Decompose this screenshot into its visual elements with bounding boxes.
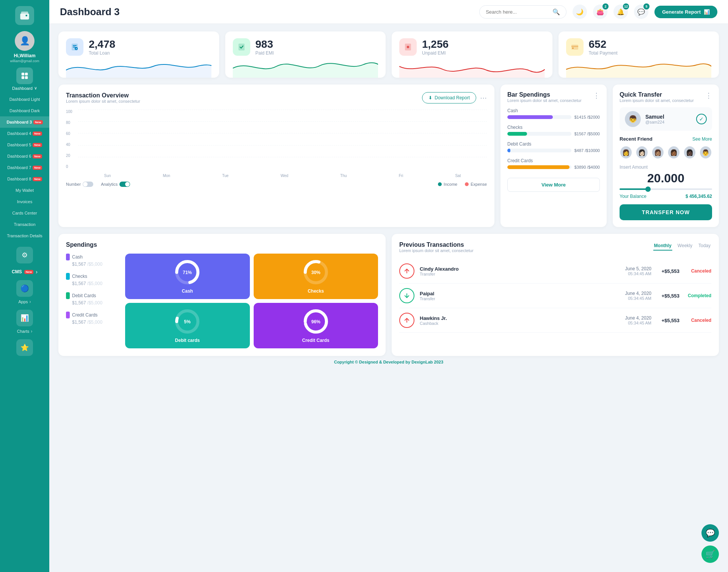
cms-nav-item[interactable]: CMS New › bbox=[12, 267, 38, 278]
svg-point-13 bbox=[407, 46, 409, 48]
friend-2[interactable]: 👩🏻 bbox=[635, 146, 648, 159]
tab-monthly[interactable]: Monthly bbox=[653, 241, 672, 251]
sidebar-item-dashboard6[interactable]: Dashboard 6 New bbox=[0, 150, 49, 162]
sidebar-item-dashboard4[interactable]: Dashboard 4 New bbox=[0, 128, 49, 139]
apps-nav-item[interactable]: Apps › bbox=[18, 298, 31, 307]
charts-nav-item[interactable]: Charts › bbox=[17, 327, 32, 337]
sidebar-item-transaction[interactable]: Transaction bbox=[0, 219, 49, 230]
cms-section[interactable]: ⚙ bbox=[16, 241, 33, 267]
txn-name-3: Hawkins Jr. bbox=[420, 315, 447, 321]
spending-cash: Cash $1415 /$2000 bbox=[507, 108, 600, 119]
tab-weekly[interactable]: Weekly bbox=[677, 241, 693, 251]
sidebar-item-dashboard8[interactable]: Dashboard 8 New bbox=[0, 173, 49, 185]
svg-rect-1 bbox=[22, 73, 24, 75]
txn-date-1: June 5, 2020 bbox=[625, 266, 651, 271]
spending-checks: Checks $1567 /$5000 bbox=[507, 125, 600, 136]
friend-3[interactable]: 👩🏽 bbox=[651, 146, 664, 159]
bar-spendings-card: Bar Spendings Lorem ipsum dolor sit amet… bbox=[500, 85, 607, 227]
stat-card-total-loan: ★ 2,478 Total Loan bbox=[58, 31, 219, 78]
search-input[interactable] bbox=[486, 9, 549, 15]
support-fab[interactable]: 💬 bbox=[701, 524, 719, 542]
spendings-list: Cash $1,567 /$5,000 Checks $1,567 /$5,00… bbox=[66, 254, 119, 348]
sidebar-item-cards[interactable]: Cards Center bbox=[0, 207, 49, 219]
more-options-button[interactable]: ⋯ bbox=[480, 94, 487, 102]
sidebar-item-transaction-details[interactable]: Transaction Details bbox=[0, 230, 49, 241]
spend-list-debit: Debit Cards $1,567 /$5,000 bbox=[66, 292, 119, 306]
messages-button[interactable]: 💬 5 bbox=[634, 5, 648, 19]
donut-checks: 30% Checks bbox=[254, 254, 378, 299]
sidebar-item-dashboard7[interactable]: Dashboard 7 New bbox=[0, 162, 49, 173]
notifications-button[interactable]: 🔔 12 bbox=[613, 5, 628, 19]
cms-badge: New bbox=[24, 270, 33, 274]
txn-type-3: Cashback bbox=[420, 321, 447, 326]
quick-transfer-title: Quick Transfer bbox=[620, 91, 694, 98]
star-icon: ⭐ bbox=[16, 339, 33, 356]
bottom-section: Spendings Cash $1,567 /$5,000 bbox=[58, 234, 719, 356]
stat-card-total-payment: 652 Total Payment bbox=[559, 31, 719, 78]
donut-grid: 71% Cash 30% Checks bbox=[125, 254, 378, 348]
see-more-link[interactable]: See More bbox=[692, 136, 712, 142]
sidebar-item-invoices[interactable]: Invoices bbox=[0, 196, 49, 207]
txn-amount-3: +$5,553 bbox=[657, 318, 679, 323]
sidebar-logo[interactable] bbox=[15, 6, 34, 25]
sidebar-item-dashboard-light[interactable]: Dashboard Light bbox=[0, 94, 49, 105]
bar-chart: 100 80 60 40 20 0 bbox=[66, 110, 487, 178]
friend-1[interactable]: 👩 bbox=[620, 146, 632, 159]
user-email: william@gmail.com bbox=[10, 59, 39, 63]
number-toggle[interactable] bbox=[83, 182, 93, 187]
transaction-subtitle: Lorem ipsum dolor sit amet, consectetur bbox=[66, 99, 140, 103]
footer: Copyright © Designed & Developed by Dexi… bbox=[58, 356, 719, 368]
sidebar-item-dashboard-dark[interactable]: Dashboard Dark bbox=[0, 105, 49, 116]
amount-display: 20.000 bbox=[620, 171, 712, 185]
contact-check[interactable]: ✓ bbox=[696, 114, 707, 124]
svg-rect-3 bbox=[22, 76, 24, 79]
txn-icon-cindy bbox=[399, 263, 414, 279]
view-more-button[interactable]: View More bbox=[507, 178, 600, 192]
stat-cards-row: ★ 2,478 Total Loan bbox=[58, 31, 719, 78]
paid-emi-value: 983 bbox=[256, 38, 274, 50]
friend-4[interactable]: 👩🏾 bbox=[667, 146, 680, 159]
apps-icon: 🔵 bbox=[16, 280, 33, 297]
txn-time-1: 05:34:45 AM bbox=[625, 271, 651, 276]
analytics-toggle[interactable] bbox=[119, 182, 130, 187]
friend-6[interactable]: 👨 bbox=[699, 146, 712, 159]
transaction-list: Cindy Alexandro Transfer June 5, 2020 05… bbox=[399, 259, 711, 333]
transfer-now-button[interactable]: TRANSFER NOW bbox=[620, 204, 712, 220]
txn-row-hawkins: Hawkins Jr. Cashback June 4, 2020 05:34:… bbox=[399, 308, 711, 333]
amount-slider[interactable] bbox=[620, 188, 712, 190]
sidebar-item-dashboard3[interactable]: Dashboard 3 New bbox=[0, 116, 49, 128]
cms-arrow: › bbox=[36, 269, 38, 275]
quick-transfer-more[interactable]: ⋮ bbox=[705, 91, 712, 100]
sidebar-item-wallet[interactable]: My Wallet bbox=[0, 185, 49, 196]
tab-today[interactable]: Today bbox=[698, 241, 711, 251]
spend-list-checks: Checks $1,567 /$5,000 bbox=[66, 273, 119, 286]
paid-emi-label: Paid EMI bbox=[256, 50, 274, 56]
generate-report-button[interactable]: Generate Report 📊 bbox=[654, 6, 717, 18]
chart-legend: Number Analytics Income Expense bbox=[66, 182, 487, 187]
download-report-button[interactable]: ⬇ Download Report bbox=[422, 92, 476, 103]
transfer-contact: 👦 Samuel @sam224 ✓ bbox=[620, 107, 712, 131]
new-badge: New bbox=[33, 143, 42, 147]
cart-fab[interactable]: 🛒 bbox=[701, 545, 719, 563]
bar-spendings-subtitle: Lorem ipsum dolor sit amet, consectetur bbox=[507, 98, 582, 103]
svg-text:30%: 30% bbox=[311, 270, 320, 275]
friend-5[interactable]: 👩🏿 bbox=[683, 146, 696, 159]
wallet-button[interactable]: 👛 2 bbox=[593, 5, 607, 19]
total-loan-icon: ★ bbox=[66, 38, 83, 56]
theme-toggle-button[interactable]: 🌙 bbox=[573, 5, 587, 19]
txn-row-paipal: Paipal Transfer June 4, 2020 05:34:45 AM… bbox=[399, 284, 711, 308]
txn-type-2: Transfer bbox=[420, 296, 435, 301]
dashboard-toggle[interactable]: Dashboard ∨ bbox=[12, 86, 37, 91]
sidebar-item-dashboard5[interactable]: Dashboard 5 New bbox=[0, 139, 49, 150]
analytics-label: Analytics bbox=[101, 182, 118, 186]
txn-row-cindy: Cindy Alexandro Transfer June 5, 2020 05… bbox=[399, 259, 711, 284]
search-icon: 🔍 bbox=[552, 8, 560, 16]
donut-debit: 5% Debit cards bbox=[125, 303, 250, 348]
notification-badge: 12 bbox=[623, 3, 629, 9]
total-payment-icon bbox=[566, 38, 584, 56]
unpaid-emi-label: Unpaid EMI bbox=[422, 50, 449, 56]
page-title: Dashboard 3 bbox=[60, 6, 120, 18]
spendings-more-button[interactable]: ⋮ bbox=[593, 91, 600, 100]
charts-icon: 📊 bbox=[16, 310, 33, 326]
svg-rect-0 bbox=[20, 13, 29, 19]
